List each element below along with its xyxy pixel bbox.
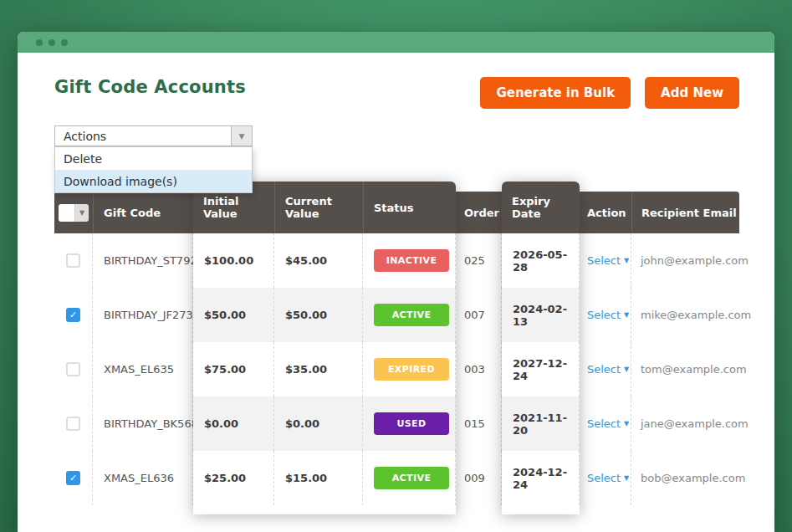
recipient-email-cell: jane@example.com <box>631 396 739 451</box>
table-row: 003 <box>456 342 502 396</box>
initial-value-cell: $25.00 <box>193 451 274 505</box>
table-segment: ▼ Gift Code ✓ BIRTHDAY_ST792 ✓ BIRTHDAY_… <box>54 192 193 505</box>
window-dot-icon[interactable] <box>36 39 43 46</box>
current-value-cell: $0.00 <box>274 396 363 451</box>
table-segment: Action Recipient Email Select▼ john@exam… <box>580 192 739 505</box>
table-row: $100.00 $45.00 INACTIVE <box>193 233 456 288</box>
expiry-date-cell: 2024-12-24 <box>502 451 580 505</box>
actions-menu: Delete Download image(s) <box>54 146 253 193</box>
table-row: 015 <box>456 396 502 451</box>
checkbox-icon <box>59 204 74 222</box>
row-checkbox[interactable]: ✓ <box>66 362 80 376</box>
column-header-expiry-date: Expiry Date <box>502 182 580 233</box>
select-action-dropdown[interactable]: Select▼ <box>587 254 629 267</box>
status-badge: INACTIVE <box>374 249 449 272</box>
initial-value-cell: $50.00 <box>193 288 274 342</box>
gift-code-cell: XMAS_EL635 <box>93 342 193 396</box>
actions-dropdown: Actions ▼ Delete Download image(s) <box>54 125 253 146</box>
table-row: Select▼ jane@example.com <box>580 396 739 451</box>
header-buttons: Generate in Bulk Add New <box>480 77 739 109</box>
status-badge: ACTIVE <box>374 304 449 326</box>
table-row: ✓ BIRTHDAY_ST792 <box>54 233 193 288</box>
recipient-email-cell: bob@example.com <box>631 451 739 505</box>
window-dot-icon[interactable] <box>61 39 68 46</box>
table-row: ✓ BIRTHDAY_JF273 <box>54 288 193 342</box>
window-dot-icon[interactable] <box>49 39 55 46</box>
current-value-cell: $15.00 <box>274 451 363 505</box>
generate-in-bulk-button[interactable]: Generate in Bulk <box>480 77 631 109</box>
current-value-cell: $45.00 <box>274 233 363 288</box>
add-new-button[interactable]: Add New <box>645 77 739 109</box>
status-badge: ACTIVE <box>374 467 449 489</box>
select-all-header-cell: ▼ <box>54 192 93 233</box>
table-row: $0.00 $0.00 USED <box>193 396 456 451</box>
initial-value-cell: $0.00 <box>193 396 274 451</box>
column-header-gift-code: Gift Code <box>93 192 193 233</box>
menu-item-delete[interactable]: Delete <box>55 147 252 170</box>
page-title: Gift Code Accounts <box>54 77 246 97</box>
order-cell: 025 <box>456 233 502 288</box>
column-header-recipient-email: Recipient Email <box>631 192 739 233</box>
table-row: $75.00 $35.00 EXPIRED <box>193 342 456 396</box>
status-badge: USED <box>374 412 449 435</box>
order-cell: 009 <box>456 451 502 505</box>
status-cell: USED <box>363 396 456 451</box>
table-row: 025 <box>456 233 502 288</box>
table-row: 007 <box>456 288 502 342</box>
table-row: 2021-11-20 <box>502 396 580 451</box>
row-checkbox[interactable]: ✓ <box>66 417 80 431</box>
order-cell: 003 <box>456 342 502 396</box>
table-row: ✓ XMAS_EL635 <box>54 342 193 396</box>
table-row: ✓ BIRTHDAY_BK568 <box>54 396 193 451</box>
status-cell: INACTIVE <box>363 233 456 288</box>
table-row: 2026-05-28 <box>502 233 580 288</box>
table-segment: Order 025 007 003 015 009 <box>456 192 502 505</box>
chevron-down-icon[interactable]: ▼ <box>231 126 252 146</box>
recipient-email-cell: john@example.com <box>631 233 739 288</box>
chevron-down-icon: ▼ <box>624 257 629 264</box>
table-row: Select▼ bob@example.com <box>580 451 739 505</box>
gift-code-cell: XMAS_EL636 <box>93 451 193 505</box>
column-header-action: Action <box>580 192 631 233</box>
select-action-dropdown[interactable]: Select▼ <box>587 472 629 484</box>
chevron-down-icon: ▼ <box>74 204 89 222</box>
select-action-dropdown[interactable]: Select▼ <box>587 309 629 321</box>
table-row: 2024-12-24 <box>502 451 580 505</box>
table-row: Select▼ mike@example.com <box>580 288 739 342</box>
app-window: Gift Code Accounts Generate in Bulk Add … <box>18 32 774 532</box>
select-action-dropdown[interactable]: Select▼ <box>587 363 629 376</box>
select-all-checkbox[interactable]: ▼ <box>59 204 89 222</box>
select-action-dropdown[interactable]: Select▼ <box>587 417 629 430</box>
initial-value-cell: $100.00 <box>193 233 274 288</box>
gift-code-cell: BIRTHDAY_JF273 <box>93 288 193 342</box>
row-checkbox[interactable]: ✓ <box>66 471 80 485</box>
table-row: Select▼ tom@example.com <box>580 342 739 396</box>
table-row: $25.00 $15.00 ACTIVE <box>193 451 456 505</box>
expiry-date-cell: 2026-05-28 <box>502 233 580 288</box>
current-value-cell: $50.00 <box>274 288 363 342</box>
column-header-order: Order <box>456 192 502 233</box>
menu-item-download-images[interactable]: Download image(s) <box>55 170 252 192</box>
actions-select[interactable]: Actions ▼ <box>54 125 253 146</box>
chevron-down-icon: ▼ <box>624 366 629 373</box>
row-checkbox[interactable]: ✓ <box>66 308 80 322</box>
order-cell: 015 <box>456 396 502 451</box>
expiry-date-cell: 2027-12-24 <box>502 342 580 396</box>
recipient-email-cell: tom@example.com <box>631 342 739 396</box>
column-header-current-value: Current Value <box>274 182 363 233</box>
table-row: $50.00 $50.00 ACTIVE <box>193 288 456 342</box>
status-cell: EXPIRED <box>363 342 456 396</box>
gift-codes-table: ▼ Gift Code ✓ BIRTHDAY_ST792 ✓ BIRTHDAY_… <box>54 182 739 514</box>
raised-column-group-values: Initial Value Current Value Status $100.… <box>193 182 456 514</box>
order-cell: 007 <box>456 288 502 342</box>
table-row: 009 <box>456 451 502 505</box>
recipient-email-cell: mike@example.com <box>631 288 739 342</box>
status-badge: EXPIRED <box>374 358 449 381</box>
gift-code-cell: BIRTHDAY_BK568 <box>93 396 193 451</box>
current-value-cell: $35.00 <box>274 342 363 396</box>
chevron-down-icon: ▼ <box>624 311 629 319</box>
column-header-status: Status <box>363 182 456 233</box>
row-checkbox[interactable]: ✓ <box>66 253 80 268</box>
table-row: Select▼ john@example.com <box>580 233 739 288</box>
initial-value-cell: $75.00 <box>193 342 274 396</box>
